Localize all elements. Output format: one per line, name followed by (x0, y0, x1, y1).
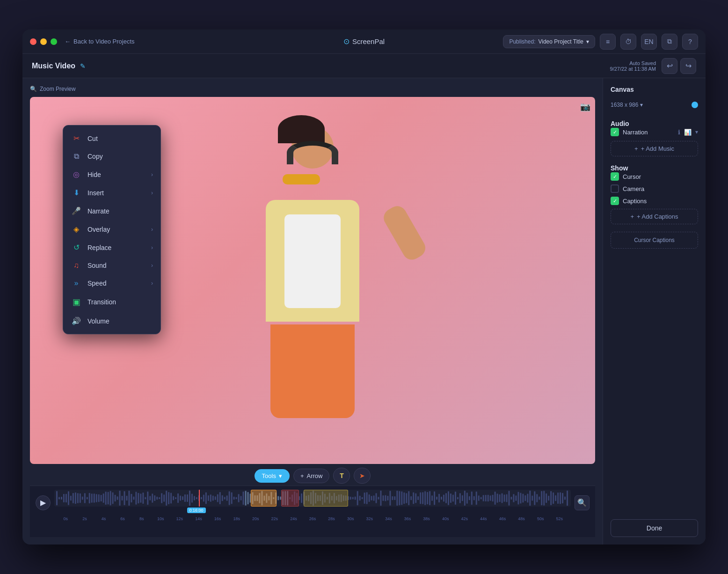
ruler-42: 42s (455, 516, 474, 521)
ruler-0: 0s (56, 516, 75, 521)
add-arrow-label: Arrow (307, 472, 323, 479)
language-button[interactable]: EN (641, 34, 657, 50)
audio-title: Audio (611, 120, 629, 127)
ruler-40: 40s (436, 516, 455, 521)
done-button[interactable]: Done (611, 519, 698, 537)
menu-insert-label: Insert (87, 189, 151, 197)
camera-checkbox[interactable] (611, 184, 619, 193)
ruler-44: 44s (474, 516, 493, 521)
menu-volume-label: Volume (87, 317, 153, 325)
search-timeline-button[interactable]: 🔍 (575, 495, 590, 510)
ruler-18: 18s (227, 516, 246, 521)
ruler-10: 10s (151, 516, 170, 521)
hide-arrow-icon: › (151, 171, 153, 178)
auto-saved-label: Auto Saved (629, 60, 656, 66)
canvas-size-chevron: ▾ (640, 102, 643, 108)
menu-item-volume[interactable]: 🔊 Volume (63, 312, 160, 330)
minimize-traffic-light[interactable] (40, 38, 47, 45)
canvas-section: Canvas 1638 x 986 ▾ (611, 86, 698, 112)
camera-icon[interactable]: 📷 (580, 102, 590, 112)
help-icon-button[interactable]: ? (682, 34, 698, 50)
clock-icon-button[interactable]: ⏱ (620, 34, 636, 50)
ruler-46: 46s (493, 516, 512, 521)
search-icon: 🔍 (577, 498, 587, 507)
stack-icon-button[interactable]: ⧉ (662, 34, 677, 50)
menu-speed-label: Speed (87, 280, 151, 287)
menu-overlay-label: Overlay (87, 226, 151, 233)
main-content: 🔍 Zoom Preview (22, 78, 706, 545)
add-music-button[interactable]: + + Add Music (611, 141, 698, 156)
menu-sound-label: Sound (87, 262, 151, 269)
redo-button[interactable]: ↪ (680, 58, 696, 74)
menu-item-replace[interactable]: ↺ Replace › (63, 238, 160, 257)
menu-item-speed[interactable]: » Speed › (63, 274, 160, 292)
edit-project-name-icon[interactable]: ✎ (80, 62, 86, 70)
ruler-8: 8s (132, 516, 151, 521)
play-icon: ▶ (40, 498, 46, 507)
cursor-tool-button[interactable]: ➤ (354, 468, 371, 484)
text-tool-button[interactable]: T (333, 468, 350, 484)
canvas-color-dot[interactable] (692, 102, 698, 108)
video-container[interactable]: ✂ Cut ⧉ Copy ◎ Hide › ⬇ Insert (30, 97, 595, 464)
overlay-arrow-icon: › (151, 226, 153, 233)
add-captions-button[interactable]: + + Add Captions (611, 209, 698, 224)
timeline-container: ▶ (30, 486, 595, 537)
back-arrow-icon: ← (65, 38, 71, 45)
ruler-12: 12s (170, 516, 189, 521)
toolbar-row: Tools ▾ + Arrow T ➤ (30, 464, 595, 486)
ruler-16: 16s (208, 516, 227, 521)
sound-icon: ♫ (71, 261, 82, 270)
right-panel: Canvas 1638 x 986 ▾ Audio ✓ Narration ℹ (603, 78, 706, 545)
speed-arrow-icon: › (151, 280, 153, 287)
narration-chart-icon[interactable]: 📊 (684, 129, 692, 136)
captions-label: Captions (623, 198, 647, 205)
show-captions-row: ✓ Captions (611, 197, 698, 205)
sound-arrow-icon: › (151, 262, 153, 269)
auto-saved-info: Auto Saved 9/27/22 at 11:38 AM (610, 60, 656, 72)
menu-item-copy[interactable]: ⧉ Copy (63, 147, 160, 165)
ruler-50: 50s (531, 516, 550, 521)
menu-item-sound[interactable]: ♫ Sound › (63, 257, 160, 274)
ruler-38: 38s (417, 516, 436, 521)
auto-saved-date: 9/27/22 at 11:38 AM (610, 66, 656, 72)
replace-arrow-icon: › (151, 244, 153, 251)
canvas-size: 1638 x 986 ▾ (611, 102, 643, 108)
ruler-34: 34s (379, 516, 398, 521)
replace-icon: ↺ (71, 243, 82, 252)
menu-item-transition[interactable]: ▣ Transition (63, 292, 160, 312)
show-section: Show ✓ Cursor Camera ✓ Captions + + Add … (611, 164, 698, 224)
play-button[interactable]: ▶ (36, 495, 51, 510)
timeline-ruler: 0s 2s 4s 6s 8s 10s 12s 14s 16s 18s 20s 2… (56, 516, 569, 521)
narration-chevron-icon[interactable]: ▾ (695, 129, 698, 135)
menu-item-narrate[interactable]: 🎤 Narrate (63, 202, 160, 220)
close-traffic-light[interactable] (30, 38, 36, 45)
menu-narrate-label: Narrate (87, 207, 153, 215)
insert-arrow-icon: › (151, 190, 153, 196)
menu-item-insert[interactable]: ⬇ Insert › (63, 184, 160, 202)
menu-item-cut[interactable]: ✂ Cut (63, 129, 160, 147)
captions-checkbox[interactable]: ✓ (611, 197, 619, 205)
menu-item-hide[interactable]: ◎ Hide › (63, 165, 160, 184)
timeline-time-marker: 0:16:00 (187, 508, 206, 513)
maximize-traffic-light[interactable] (51, 38, 57, 45)
camera-label: Camera (623, 185, 644, 192)
zoom-preview-label: Zoom Preview (40, 86, 76, 92)
back-label: Back to Video Projects (73, 38, 135, 45)
back-button[interactable]: ← Back to Video Projects (65, 38, 135, 45)
mac-window: ← Back to Video Projects ⊙ ScreenPal Pub… (22, 29, 706, 545)
ruler-6: 6s (113, 516, 132, 521)
narration-info-icon[interactable]: ℹ (678, 129, 680, 136)
narration-checkbox[interactable]: ✓ (611, 128, 619, 136)
ruler-4: 4s (94, 516, 113, 521)
tools-button[interactable]: Tools ▾ (255, 469, 290, 483)
menu-item-overlay[interactable]: ◈ Overlay › (63, 220, 160, 238)
publish-button[interactable]: Published: Video Project Title ▾ (503, 35, 595, 48)
cursor-captions-label: Cursor Captions (634, 237, 675, 243)
undo-button[interactable]: ↩ (662, 58, 677, 74)
menu-copy-label: Copy (87, 153, 153, 160)
cursor-checkbox[interactable]: ✓ (611, 172, 619, 181)
layers-icon-button[interactable]: ≡ (600, 34, 616, 50)
publish-project-name: Video Project Title (538, 38, 583, 45)
add-arrow-plus-icon: + (300, 472, 304, 479)
add-arrow-button[interactable]: + Arrow (293, 469, 330, 483)
